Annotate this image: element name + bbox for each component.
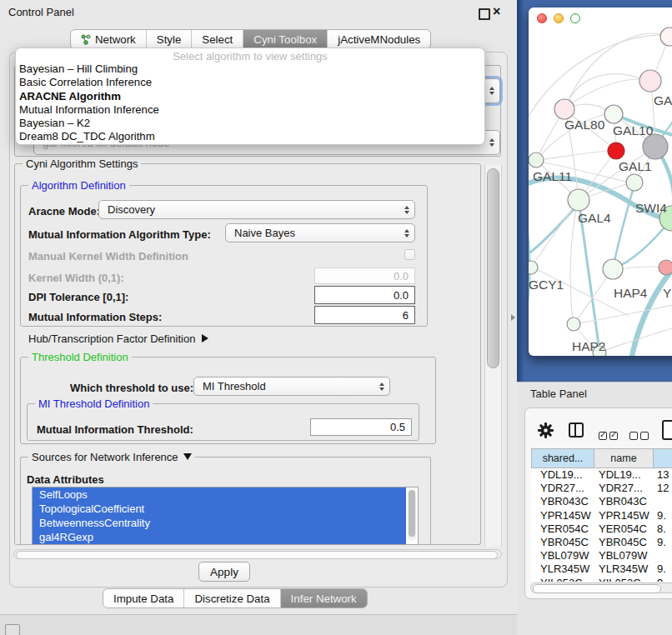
list-scrollbar[interactable] <box>408 489 416 541</box>
table-horizontal-scrollbar-thumb[interactable] <box>533 584 661 593</box>
column-header-shared...[interactable]: shared... <box>531 448 594 468</box>
tab-discretize-data[interactable]: Discretize Data <box>183 589 279 608</box>
settings-horizontal-scrollbar[interactable] <box>13 549 502 559</box>
network-canvas[interactable]: GALGAL80GAL10GAL11GAL1GAL4SWI4GCY1HAP4YH… <box>529 8 672 356</box>
tab-cyni-toolbox[interactable]: Cyni Toolbox <box>243 30 327 48</box>
table-cell: YPR145W <box>540 509 591 522</box>
table-cell: YER054C <box>540 522 589 536</box>
table-row[interactable]: YBR043CYBR043C <box>531 495 672 508</box>
table-cell: YPR145W <box>599 509 649 522</box>
table-row[interactable]: YBL079WYBL079W <box>531 549 672 562</box>
table-cell: YLR345W <box>599 562 648 576</box>
attribute-item[interactable]: BetweennessCentrality <box>33 516 406 530</box>
expanded-arrow-icon[interactable] <box>183 453 192 460</box>
close-window-icon[interactable] <box>537 13 547 23</box>
combo-stepper-icon <box>379 382 384 391</box>
network-node-gal10[interactable] <box>604 105 623 123</box>
tab-style[interactable]: Style <box>146 30 192 48</box>
table-row[interactable]: YPR145WYPR145W9. <box>531 509 672 522</box>
table-cell: YER054C <box>599 522 647 536</box>
kernel-width-field[interactable]: 0.0 <box>314 268 415 284</box>
tab-jactivemnodules[interactable]: jActiveMNodules <box>327 30 430 48</box>
network-node-label: Y <box>663 286 671 300</box>
popup-item[interactable]: Bayesian – K2 <box>16 117 484 130</box>
table-row[interactable]: YER054CYER054C8. <box>531 522 672 536</box>
popup-item[interactable]: Basic Correlation Inference <box>16 76 484 89</box>
minimized-panel-icon[interactable] <box>5 624 20 635</box>
list-scrollbar-thumb[interactable] <box>409 490 415 537</box>
deselect-all-icon[interactable] <box>629 428 651 442</box>
algorithm-popup: Select algorithm to view settings Bayesi… <box>15 48 485 145</box>
table-header: shared...name <box>531 448 672 468</box>
network-node-gal4[interactable] <box>568 189 589 211</box>
columns-icon[interactable] <box>569 422 584 438</box>
popup-item[interactable]: Dream8 DC_TDC Algorithm <box>16 130 484 143</box>
tab-network[interactable]: Network <box>71 30 146 48</box>
function-doc-icon[interactable] <box>662 420 672 440</box>
network-node-gal1[interactable] <box>626 174 643 191</box>
dpi-tolerance-field[interactable]: 0.0 <box>314 286 415 304</box>
network-node[interactable] <box>660 28 672 46</box>
tab-label: Network <box>95 33 136 46</box>
popup-item[interactable]: ARACNE Algorithm <box>16 90 484 103</box>
table-row[interactable]: YBR045CYBR045C9. <box>531 536 672 549</box>
tab-label: Select <box>202 33 233 46</box>
mi-type-value: Naive Bayes <box>234 227 295 239</box>
gear-icon[interactable] <box>538 422 554 438</box>
network-node-label: SWI4 <box>635 201 667 215</box>
network-node-label: GAL4 <box>578 211 611 225</box>
network-node-gal80[interactable] <box>554 99 574 119</box>
network-node-y[interactable] <box>659 260 672 275</box>
panel-splitter-icon[interactable] <box>511 314 515 321</box>
mi-threshold-field[interactable]: 0.5 <box>310 418 412 436</box>
table-cell: YLR345W <box>540 562 589 576</box>
zoom-window-icon[interactable] <box>570 13 580 23</box>
data-attributes-list[interactable]: SelfLoopsTopologicalCoefficientBetweenne… <box>32 487 419 545</box>
network-node-gcy1[interactable] <box>529 261 538 274</box>
manual-kernel-checkbox[interactable] <box>404 249 415 260</box>
mi-steps-field[interactable]: 6 <box>314 306 415 324</box>
which-threshold-combo[interactable]: MI Threshold <box>193 377 390 396</box>
table-cell: 8. <box>657 522 666 536</box>
collapsed-arrow-icon[interactable] <box>202 334 208 342</box>
which-threshold-label: Which threshold to use: <box>70 382 193 394</box>
minimize-window-icon[interactable] <box>554 13 564 23</box>
tab-impute-data[interactable]: Impute Data <box>103 589 183 608</box>
float-panel-icon[interactable] <box>479 8 490 20</box>
popup-item[interactable]: Bayesian – Hill Climbing <box>16 62 484 76</box>
kernel-width-label: Kernel Width (0,1): <box>28 272 124 284</box>
hub-definition-label: Hub/Transcription Factor Definition <box>28 332 195 345</box>
network-node[interactable] <box>643 134 668 159</box>
table-row[interactable]: YIL052CYIL052C9. <box>531 577 672 582</box>
select-all-icon[interactable] <box>599 428 620 442</box>
table-cell: YIL052C <box>599 577 641 582</box>
aracne-mode-combo[interactable]: Discovery <box>98 200 415 219</box>
network-node-hap2[interactable] <box>567 318 580 331</box>
sources-title: Sources for Network Inference <box>28 451 195 463</box>
tab-select[interactable]: Select <box>191 30 243 48</box>
apply-button[interactable]: Apply <box>198 562 250 582</box>
table-row[interactable]: YDL19...YDL19...13 <box>531 468 672 482</box>
attribute-item[interactable]: TopologicalCoefficient <box>33 502 406 516</box>
attribute-item[interactable]: gal4RGexp <box>33 530 406 544</box>
table-horizontal-scrollbar[interactable] <box>530 582 672 593</box>
attribute-item[interactable]: SelfLoops <box>33 488 406 502</box>
mi-type-combo[interactable]: Naive Bayes <box>225 223 415 242</box>
tab-label: jActiveMNodules <box>338 33 420 46</box>
network-node-hap4[interactable] <box>603 259 623 279</box>
network-node-label: GAL80 <box>564 118 605 132</box>
column-header-hidden[interactable] <box>654 448 672 468</box>
settings-horizontal-scrollbar-thumb[interactable] <box>16 551 498 559</box>
application-window: Control Panel × NetworkStyleSelectCyni T… <box>0 0 672 635</box>
network-node[interactable] <box>608 142 624 159</box>
network-node-gal11[interactable] <box>529 152 544 168</box>
column-header-name[interactable]: name <box>594 448 654 468</box>
table-row[interactable]: YLR345WYLR345W9. <box>531 562 672 576</box>
tab-infer-network[interactable]: Infer Network <box>280 589 367 608</box>
popup-item[interactable]: Mutual Information Inference <box>16 103 484 117</box>
network-node-gal[interactable] <box>639 70 661 92</box>
settings-vertical-scrollbar-thumb[interactable] <box>487 168 499 368</box>
table-row[interactable]: YDR27...YDR27...12 <box>531 482 672 495</box>
close-panel-icon[interactable]: × <box>493 3 500 20</box>
hub-definition-toggle[interactable]: Hub/Transcription Factor Definition <box>28 332 208 345</box>
